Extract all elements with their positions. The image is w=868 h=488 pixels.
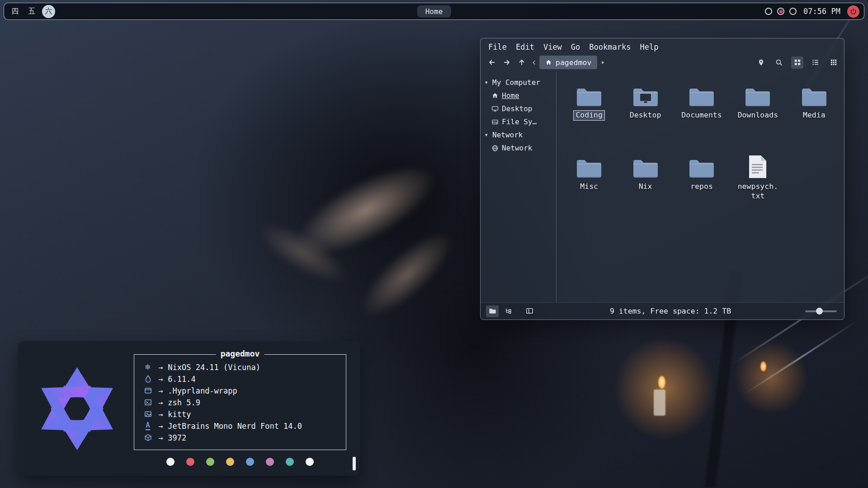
path-scroll-left[interactable] xyxy=(530,56,538,68)
zoom-slider[interactable] xyxy=(805,307,837,316)
cursor-indicator xyxy=(353,457,356,470)
top-bar: 四 五 六 Home 07:56 PM xyxy=(4,3,864,20)
file-item-media[interactable]: Media xyxy=(787,84,841,155)
arrow-glyph: → xyxy=(158,363,163,372)
text-file-icon xyxy=(748,155,768,179)
tray-circle-icon[interactable] xyxy=(765,8,772,15)
tray-record-icon[interactable] xyxy=(777,8,784,15)
fetch-wm-value: .Hyprland-wrapp xyxy=(168,386,237,395)
wallpaper-flame xyxy=(760,361,766,371)
wallpaper-candle xyxy=(654,389,665,416)
compact-view-button[interactable] xyxy=(827,56,840,69)
arrow-glyph: → xyxy=(158,386,163,395)
up-icon xyxy=(518,58,526,66)
folder-icon xyxy=(689,158,715,179)
sidebar-item-desktop[interactable]: Desktop xyxy=(485,102,554,115)
slider-knob[interactable] xyxy=(816,308,823,314)
home-icon xyxy=(491,92,499,99)
file-item-desktop[interactable]: Desktop xyxy=(618,84,673,155)
side-pane-icon xyxy=(526,307,533,315)
sidebar-section-my-computer[interactable]: ▾ My Computer xyxy=(485,76,554,89)
toolbar: pagedmov xyxy=(481,53,844,72)
file-item-downloads[interactable]: Downloads xyxy=(731,84,785,155)
focused-window-title: Home xyxy=(417,5,451,18)
fetch-hostname: pagedmov xyxy=(216,349,264,358)
show-folders-button[interactable] xyxy=(486,305,499,317)
menu-item-edit[interactable]: Edit xyxy=(512,42,538,52)
places-sidebar: ▾ My Computer Home Desktop File Sy… ▾ Ne… xyxy=(481,72,557,302)
file-item-misc[interactable]: Misc xyxy=(562,155,616,227)
chevron-left-icon xyxy=(531,60,537,66)
back-icon xyxy=(488,58,496,66)
sidebar-item-home[interactable]: Home xyxy=(485,89,554,102)
sidebar-section-network[interactable]: ▾ Network xyxy=(485,128,554,141)
workspace-6-active[interactable]: 六 xyxy=(42,5,55,18)
file-label: Media xyxy=(801,111,827,120)
menu-item-view[interactable]: View xyxy=(539,42,566,52)
chevron-right-icon xyxy=(600,60,606,66)
file-item-documents[interactable]: Documents xyxy=(675,84,729,155)
arrow-glyph: → xyxy=(158,433,163,442)
tray-circle-icon-2[interactable] xyxy=(789,8,797,15)
icon-view-button[interactable] xyxy=(791,56,803,69)
folder-icon xyxy=(576,86,602,108)
menu-item-help[interactable]: Help xyxy=(636,42,662,52)
menu-item-file[interactable]: File xyxy=(484,42,511,52)
folder-mini-icon xyxy=(489,307,496,315)
fetch-info-box: pagedmov ❄ → NixOS 24.11 (Vicuna) → 6.11… xyxy=(134,354,346,450)
sidebar-item-network[interactable]: Network xyxy=(485,141,554,155)
desktop-folder-icon xyxy=(632,86,659,108)
power-button[interactable] xyxy=(847,5,859,18)
nixos-snowflake-icon: ❄ xyxy=(142,363,153,371)
fetch-row-kernel: → 6.11.4 xyxy=(142,373,339,385)
status-bar: 9 items, Free space: 1.2 TB xyxy=(481,302,844,319)
network-globe-icon xyxy=(491,145,499,152)
menu-item-bookmarks[interactable]: Bookmarks xyxy=(585,42,635,52)
sidebar-item-label: File Sy… xyxy=(502,117,537,126)
list-view-button[interactable] xyxy=(809,56,821,69)
sidebar-item-filesystem[interactable]: File Sy… xyxy=(485,115,554,128)
workspace-5[interactable]: 五 xyxy=(25,5,38,18)
side-pane-toggle-button[interactable] xyxy=(523,305,536,317)
collapse-triangle-icon: ▾ xyxy=(485,80,490,85)
clock: 07:56 PM xyxy=(803,7,840,16)
search-button[interactable] xyxy=(773,56,785,69)
top-bar-right: 07:56 PM xyxy=(765,5,859,18)
forward-button[interactable] xyxy=(500,56,514,69)
folder-icon xyxy=(632,158,659,179)
search-icon xyxy=(775,59,783,66)
file-item-newpsych-txt[interactable]: newpsych.txt xyxy=(731,155,785,227)
nixos-logo-icon xyxy=(32,359,122,458)
palette-dot-bright-white xyxy=(306,458,314,466)
directory-tree-button[interactable] xyxy=(502,305,514,317)
palette-dot-green xyxy=(206,458,214,466)
file-item-repos[interactable]: repos xyxy=(675,155,729,227)
fetch-packages-value: 3972 xyxy=(168,433,186,442)
path-segment-home[interactable]: pagedmov xyxy=(539,56,597,69)
fetch-kernel-value: 6.11.4 xyxy=(168,375,195,384)
path-scroll-right[interactable] xyxy=(599,56,607,68)
sidebar-item-label: Network xyxy=(502,144,532,152)
power-icon xyxy=(850,8,857,15)
desktop-icon xyxy=(491,105,499,113)
location-pin-button[interactable] xyxy=(755,56,767,69)
arrow-glyph: → xyxy=(158,410,163,419)
palette-dot-blue xyxy=(246,458,254,466)
file-grid: Coding Desktop Documents Downloads Media… xyxy=(557,72,844,302)
back-button[interactable] xyxy=(485,56,499,69)
fetch-os-value: NixOS 24.11 (Vicuna) xyxy=(168,363,260,372)
menu-item-go[interactable]: Go xyxy=(567,42,584,52)
terminal-color-palette xyxy=(166,458,314,466)
folder-icon xyxy=(689,86,715,108)
fetch-font-value: JetBrains Mono Nerd Font 14.0 xyxy=(168,422,302,431)
file-item-nix[interactable]: Nix xyxy=(618,155,673,227)
up-button[interactable] xyxy=(515,56,528,69)
palette-dot-white xyxy=(166,458,175,466)
file-item-coding[interactable]: Coding xyxy=(562,84,616,155)
tree-mini-icon xyxy=(505,307,512,315)
terminal-image-icon xyxy=(142,410,153,418)
file-label-selected: Coding xyxy=(574,111,604,120)
section-label: My Computer xyxy=(492,78,540,87)
workspace-4[interactable]: 四 xyxy=(9,5,22,18)
path-segment-label: pagedmov xyxy=(556,58,591,67)
